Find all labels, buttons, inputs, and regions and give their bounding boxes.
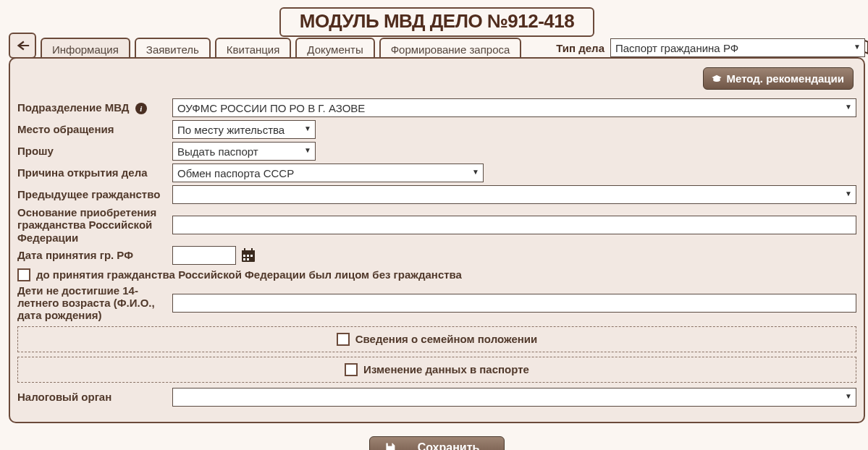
stateless-checkbox[interactable]	[17, 268, 30, 281]
prev-citizenship-select[interactable]	[172, 185, 856, 204]
children-input[interactable]	[172, 294, 856, 313]
accept-date-input[interactable]	[172, 246, 236, 265]
children-label: Дети не достигшие 14-летнего возраста (Ф…	[17, 284, 165, 322]
passport-change-label: Изменение данных в паспорте	[363, 363, 529, 375]
reason-select[interactable]: Обмен паспорта СССР	[172, 164, 484, 182]
svg-rect-3	[251, 248, 253, 252]
marital-checkbox[interactable]	[337, 333, 350, 346]
appeal-place-select[interactable]: По месту жительства	[172, 120, 316, 139]
basis-label: Основание приобретения гражданства Росси…	[17, 206, 165, 244]
marital-section: Сведения о семейном положении	[17, 326, 856, 352]
back-button[interactable]	[9, 33, 36, 59]
department-select[interactable]: ОУФМС РОССИИ ПО РО В Г. АЗОВЕ	[172, 98, 856, 117]
passport-change-checkbox[interactable]	[345, 363, 358, 376]
svg-rect-1	[242, 250, 255, 253]
svg-rect-4	[243, 255, 245, 257]
graduation-cap-icon	[711, 74, 722, 84]
prev-citizenship-label: Предыдущее гражданство	[17, 188, 165, 200]
stateless-label: до принятия гражданства Российской Федер…	[36, 268, 462, 281]
reason-label: Причина открытия дела	[17, 166, 165, 179]
save-icon	[384, 442, 396, 451]
appeal-place-label: Место обращения	[17, 123, 165, 135]
marital-label: Сведения о семейном положении	[355, 333, 537, 345]
svg-rect-8	[247, 258, 249, 260]
department-label: Подразделение МВД i	[17, 101, 165, 114]
svg-rect-6	[250, 255, 253, 257]
save-button[interactable]: Сохранить	[369, 436, 505, 451]
tax-label: Налоговый орган	[17, 391, 165, 403]
case-type-select[interactable]: Паспорт гражданина РФ	[610, 38, 865, 57]
tax-select[interactable]	[172, 388, 856, 407]
svg-rect-7	[243, 258, 245, 260]
request-label: Прошу	[17, 145, 165, 157]
basis-input[interactable]	[172, 216, 856, 234]
request-select[interactable]: Выдать паспорт	[172, 142, 316, 161]
calendar-icon[interactable]	[240, 247, 256, 263]
svg-rect-2	[244, 248, 245, 252]
info-icon[interactable]: i	[135, 103, 147, 114]
accept-date-label: Дата принятия гр. РФ	[17, 249, 165, 261]
svg-rect-5	[247, 255, 249, 257]
case-type-label: Тип дела	[556, 42, 604, 54]
form-panel: Метод. рекомендации Подразделение МВД i …	[9, 57, 865, 423]
method-recommendations-label: Метод. рекомендации	[727, 72, 844, 85]
method-recommendations-button[interactable]: Метод. рекомендации	[703, 67, 854, 90]
passport-change-section: Изменение данных в паспорте	[17, 357, 856, 383]
save-button-label: Сохранить	[418, 441, 480, 451]
